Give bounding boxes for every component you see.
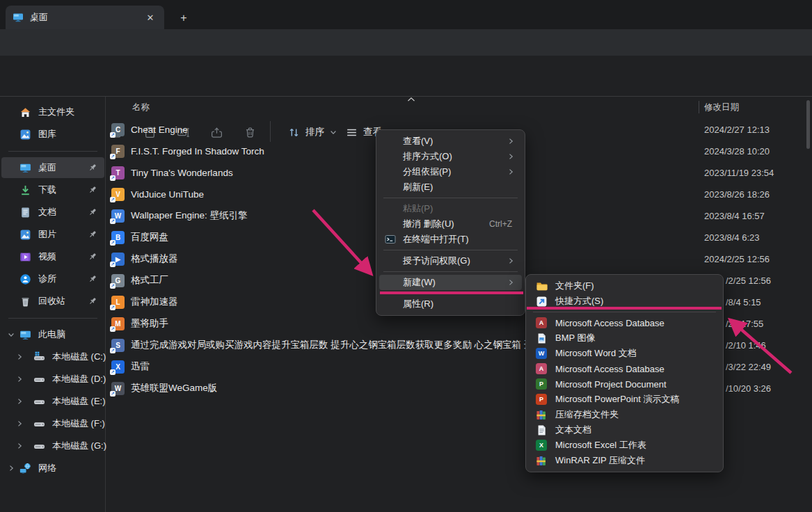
pin-icon <box>88 185 97 195</box>
menu-item[interactable]: PMicrosoft Project Document <box>529 376 720 392</box>
file-name: 百度网盘 <box>131 231 168 243</box>
books-icon <box>536 409 548 421</box>
sidebar-item-disk[interactable]: 本地磁盘 (G:) <box>1 435 104 456</box>
file-date: /10/20 3:26 <box>726 383 771 394</box>
menu-item[interactable]: WMicrosoft Word 文档 <box>529 346 720 361</box>
chevron-right-icon[interactable] <box>15 397 24 406</box>
file-name: 格式播放器 <box>131 253 178 265</box>
submenu-chevron-icon <box>507 152 515 161</box>
menu-separator <box>533 312 716 312</box>
sidebar-item-disk-win[interactable]: 本地磁盘 (C:) <box>1 346 104 367</box>
menu-item[interactable]: 属性(R) <box>379 296 522 312</box>
menu-item[interactable]: 压缩存档文件夹 <box>529 407 720 422</box>
file-date: /8/4 5:15 <box>726 297 761 307</box>
new-tab-button[interactable]: + <box>175 10 192 26</box>
sidebar-item-label: 本地磁盘 (E:) <box>52 395 106 408</box>
pin-icon <box>88 252 97 262</box>
sidebar-item-disk[interactable]: 本地磁盘 (E:) <box>1 391 104 412</box>
menu-item-label: 授予访问权限(G) <box>403 255 507 267</box>
menu-item[interactable]: 撤消 删除(U)Ctrl+Z <box>379 216 522 232</box>
menu-item[interactable]: 新建(W) <box>379 275 522 290</box>
sidebar-item-picture[interactable]: 图片 <box>1 224 104 245</box>
menu-item[interactable]: WinRAR ZIP 压缩文件 <box>529 453 720 468</box>
chevron-right-icon[interactable] <box>7 464 15 472</box>
home-icon <box>19 106 31 118</box>
menu-item[interactable]: XMicrosoft Excel 工作表 <box>529 438 720 453</box>
menu-item[interactable]: 快捷方式(S) <box>529 294 720 309</box>
sidebar-item-pc[interactable]: 此电脑 <box>1 324 104 345</box>
menu-item[interactable]: 文本文档 <box>529 422 720 438</box>
disk-icon <box>33 440 45 452</box>
sidebar-item-download[interactable]: 下载 <box>1 179 104 200</box>
sidebar-item-label: 下载 <box>38 184 88 196</box>
file-date: /2/25 12:56 <box>726 275 771 286</box>
network-icon <box>19 463 31 474</box>
sidebar-item-label: 桌面 <box>38 161 88 174</box>
shortcut-overlay-icon: ↗ <box>110 218 116 224</box>
menu-item-label: 分组依据(P) <box>403 166 507 178</box>
sidebar-item-person[interactable]: 诊所 <box>1 269 104 289</box>
file-icon: X↗ <box>111 360 125 374</box>
file-icon: T↗ <box>111 166 125 179</box>
menu-item[interactable]: AMicrosoft Access Database <box>529 361 720 376</box>
menu-item[interactable]: 查看(V) <box>379 134 522 149</box>
file-name: Cheat Engine <box>131 125 188 135</box>
shortcut-overlay-icon: ↗ <box>110 348 116 353</box>
menu-item[interactable]: 刷新(E) <box>379 179 522 195</box>
menu-item[interactable]: 授予访问权限(G) <box>379 253 522 269</box>
pin-icon <box>88 274 97 284</box>
menu-item-label: Microsoft Access Database <box>555 318 715 328</box>
scrollbar-thumb[interactable] <box>806 100 810 149</box>
menu-item[interactable]: 分组依据(P) <box>379 164 522 179</box>
sidebar-item-document[interactable]: 文档 <box>1 202 104 223</box>
menu-item-label: Microsoft Access Database <box>555 364 715 374</box>
menu-item[interactable]: PMicrosoft PowerPoint 演示文稿 <box>529 392 720 407</box>
sort-ascending-indicator <box>407 97 415 102</box>
sidebar-item-label: 此电脑 <box>38 328 104 341</box>
pin-icon <box>88 207 97 217</box>
menu-item-label: 属性(R) <box>403 298 516 310</box>
sidebar-item-network[interactable]: 网络 <box>1 458 104 479</box>
tab-title: 桌面 <box>30 11 143 24</box>
file-icon: S↗ <box>111 339 125 352</box>
sidebar-item-gallery[interactable]: 图库 <box>1 124 104 145</box>
menu-item[interactable]: BMP 图像 <box>529 330 720 346</box>
chevron-right-icon[interactable] <box>15 442 24 450</box>
menu-item-label: Microsoft PowerPoint 演示文稿 <box>555 393 715 406</box>
file-icon: V↗ <box>111 188 125 201</box>
sidebar-item-disk[interactable]: 本地磁盘 (D:) <box>1 369 104 390</box>
document-icon <box>19 207 31 218</box>
menu-item[interactable]: 在终端中打开(T) <box>379 232 522 247</box>
chevron-right-icon[interactable] <box>15 375 24 383</box>
chevron-right-icon[interactable] <box>15 419 24 428</box>
page-image-icon <box>536 333 548 344</box>
download-icon <box>19 184 31 196</box>
menu-item-label: 粘贴(P) <box>403 202 516 215</box>
explorer-tab[interactable]: 桌面 ✕ <box>6 6 164 29</box>
file-type-icon: A <box>536 317 547 328</box>
shortcut-overlay-icon: ↗ <box>110 240 116 246</box>
chevron-down-icon[interactable] <box>7 330 15 339</box>
sidebar-item-label: 文档 <box>38 206 88 218</box>
column-header-date[interactable]: 修改日期 <box>704 102 739 113</box>
sidebar-item-desktop[interactable]: 桌面 <box>1 157 104 178</box>
sidebar-item-recycle[interactable]: 回收站 <box>1 291 104 312</box>
menu-item-label: Microsoft Word 文档 <box>555 347 715 360</box>
sidebar-item-label: 本地磁盘 (D:) <box>52 373 106 385</box>
chevron-right-icon[interactable] <box>15 353 24 361</box>
file-type-icon: P <box>536 378 547 390</box>
tab-close-icon[interactable]: ✕ <box>143 10 157 24</box>
column-header-name[interactable]: 名称 <box>132 102 150 113</box>
sidebar-divider <box>8 151 97 152</box>
menu-item[interactable]: AMicrosoft Access Database <box>529 315 720 330</box>
file-name: 雷神加速器 <box>131 296 178 308</box>
file-date: 2024/3/28 10:20 <box>704 146 770 157</box>
menu-item-label: Microsoft Project Document <box>555 379 715 390</box>
file-type-icon: X <box>536 440 547 451</box>
menu-item[interactable]: 文件夹(F) <box>529 278 720 294</box>
sidebar-item-disk[interactable]: 本地磁盘 (F:) <box>1 413 104 434</box>
menu-item[interactable]: 排序方式(O) <box>379 149 522 164</box>
sidebar-item-video[interactable]: 视频 <box>1 246 104 267</box>
menu-item-label: 快捷方式(S) <box>555 295 715 307</box>
sidebar-item-home[interactable]: 主文件夹 <box>1 102 104 122</box>
